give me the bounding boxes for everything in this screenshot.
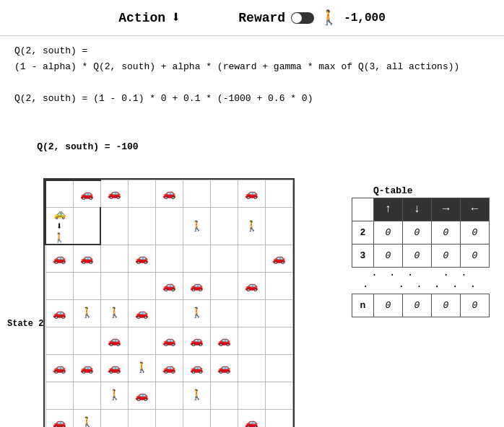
table-row: 🚗 🚗 🚗 🚗 (45, 327, 292, 354)
table-row: 🚶 🚗 🚶 (45, 382, 292, 409)
arrow-down-icon: ⬇ (56, 220, 62, 232)
table-row: 🚗 🚗 🚗 🚗 (45, 180, 292, 208)
car-icon: 🚗 (108, 188, 121, 201)
qtable-row-n: n 0 0 0 0 (352, 294, 490, 317)
grid-cell: 🚗 (45, 409, 73, 427)
grid-cell: 🚗 (238, 180, 265, 208)
grid-cell (155, 299, 183, 327)
qtable-header-left: ← (461, 198, 490, 221)
grid-container: State 2 🚗 🚗 🚗 🚗 (14, 178, 337, 427)
grid-cell (210, 245, 238, 272)
reward-label: Reward (238, 11, 285, 25)
person-icon: 🚶 (108, 307, 121, 319)
formula-line-1: Q(2, south) = (14, 43, 490, 59)
car-icon: 🚗 (135, 390, 149, 402)
grid-cell: 🚗 (73, 180, 100, 208)
grid-cell (128, 409, 155, 427)
qtable-cell: 0 (432, 221, 461, 244)
grid-cell (265, 354, 292, 382)
grid-cell (128, 180, 155, 208)
formula-line-4: Q(2, south) = (1 - 0.1) * 0 + 0.1 * (-10… (14, 91, 490, 107)
grid-cell: 🚶 (100, 382, 128, 409)
car-icon: 🚗 (162, 188, 176, 201)
grid-cell (100, 245, 128, 272)
main-content: State 2 🚗 🚗 🚗 🚗 (0, 178, 504, 427)
grid-cell (100, 272, 128, 299)
grid-cell: 🚗 (238, 409, 265, 427)
qtable-row-label-3: 3 (352, 244, 374, 267)
grid-cell (128, 327, 155, 354)
grid-cell: 🚗 (128, 299, 155, 327)
toggle-icon[interactable] (291, 12, 314, 24)
reward-value: -1,000 (344, 12, 386, 25)
taxi-icon: 🚕 (53, 208, 66, 220)
grid-cell (45, 327, 73, 354)
grid-cell: 🚗 (210, 327, 238, 354)
grid-cell: 🚗 (100, 327, 128, 354)
table-row: 🚗 🚗 🚗 🚗 (45, 245, 292, 272)
grid-cell (45, 382, 73, 409)
grid-cell: 🚗 (73, 245, 100, 272)
reward-section: Reward 🚶 -1,000 (238, 9, 385, 27)
grid-cell: 🚗 (155, 180, 183, 208)
qtable-dots: · · · · · · · · · · · (352, 267, 490, 294)
table-row: 🚗 🚶 🚶 🚗 🚶 (45, 299, 292, 327)
formula-line-3 (14, 75, 490, 91)
car-icon: 🚗 (272, 253, 286, 265)
grid-cell (155, 245, 183, 272)
car-icon: 🚗 (53, 363, 66, 375)
grid-cell: 🚗 (100, 354, 128, 382)
person-icon: 🚶 (320, 9, 338, 27)
person-small-icon: 🚶 (53, 232, 65, 244)
grid-cell: 🚗 (128, 382, 155, 409)
car-icon: 🚗 (245, 188, 258, 201)
qtable-cell: 0 (403, 221, 432, 244)
grid-cell (128, 208, 155, 245)
grid-cell: 🚗 (45, 299, 73, 327)
grid-cell (265, 208, 292, 245)
qtable-container: Q-table ↑ ↓ → ← 2 0 0 0 0 (352, 185, 490, 427)
car-icon: 🚗 (217, 363, 231, 375)
grid-table: 🚗 🚗 🚗 🚗 🚕 ⬇ (45, 180, 293, 427)
grid-cell (265, 299, 292, 327)
grid-cell (265, 327, 292, 354)
formula-section: Q(2, south) = (1 - alpha) * Q(2, south) … (0, 36, 504, 178)
grid-cell (265, 382, 292, 409)
grid-cell (183, 245, 210, 272)
qtable-cell: 0 (461, 221, 490, 244)
grid-cell (128, 272, 155, 299)
grid-cell (238, 354, 265, 382)
grid-cell (100, 409, 128, 427)
person-icon: 🚶 (191, 221, 203, 232)
grid-cell: 🚗 (45, 354, 73, 382)
grid-cell: 🚕 ⬇ 🚶 (45, 208, 73, 245)
person-icon: 🚶 (81, 307, 93, 319)
car-icon: 🚗 (245, 418, 258, 427)
grid-cell: 🚗 (210, 354, 238, 382)
qtable-cell: 0 (432, 294, 461, 317)
grid-cell (155, 208, 183, 245)
car-icon: 🚗 (245, 281, 258, 293)
grid-cell (45, 180, 73, 208)
grid-cell (238, 382, 265, 409)
state-label: State 2 (7, 319, 43, 329)
qtable-header-down: ↓ (403, 198, 432, 221)
grid-cell: 🚗 (73, 354, 100, 382)
grid-cell: 🚶 (100, 299, 128, 327)
grid-cell (73, 208, 100, 245)
formula-line-2: (1 - alpha) * Q(2, south) + alpha * (rew… (14, 59, 490, 75)
grid-cell (210, 409, 238, 427)
table-row: 🚕 ⬇ 🚶 🚶 🚶 (45, 208, 292, 245)
qtable-cell: 0 (461, 244, 490, 267)
qtable-cell: 0 (403, 294, 432, 317)
table-row: 🚗 🚶 🚗 (45, 409, 292, 427)
car-icon: 🚗 (53, 308, 66, 320)
qtable-header-up: ↑ (374, 198, 403, 221)
qtable: ↑ ↓ → ← 2 0 0 0 0 3 0 0 0 (352, 198, 490, 317)
grid-cell (155, 409, 183, 427)
grid-cell: 🚶 (183, 299, 210, 327)
action-label: Action (118, 11, 165, 25)
arrow-down-icon: ⬇ (171, 8, 181, 27)
grid-cell: 🚶 (238, 208, 265, 245)
grid-cell (155, 382, 183, 409)
